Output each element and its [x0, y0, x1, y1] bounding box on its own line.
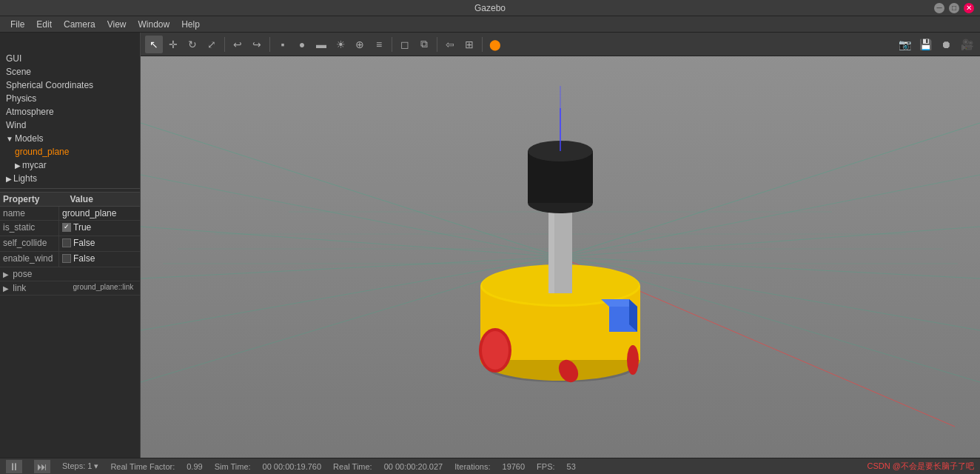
prop-val-pose: [70, 267, 141, 281]
minimize-button[interactable]: ─: [934, 3, 944, 13]
tool-point-light[interactable]: ⊕: [351, 36, 369, 53]
tool-video[interactable]: 🎥: [958, 36, 976, 53]
prop-val-name[interactable]: ground_plane: [59, 207, 140, 220]
tree-item-physics[interactable]: Physics: [0, 92, 140, 105]
sep5: [482, 37, 483, 52]
fps-val: 53: [567, 462, 576, 471]
sep2: [269, 37, 270, 52]
tree-item-lights[interactable]: ▶Lights: [0, 172, 140, 185]
tree-item-scene[interactable]: Scene: [0, 65, 140, 79]
viewport-grid: [141, 56, 980, 458]
tool-box[interactable]: ▪: [274, 36, 292, 53]
svg-point-35: [482, 331, 509, 370]
tool-sun[interactable]: ☀: [332, 36, 349, 53]
tool-lines[interactable]: ≡: [370, 36, 388, 53]
tool-plane[interactable]: ◻: [396, 36, 414, 53]
close-button[interactable]: ✕: [964, 3, 974, 13]
prop-val-is-static[interactable]: True: [59, 221, 140, 236]
steps-label: Steps: 1 ▾: [62, 461, 98, 471]
tool-select[interactable]: ↖: [145, 36, 163, 53]
menu-window[interactable]: Window: [132, 18, 176, 31]
titlebar-title: Gazebo: [474, 3, 506, 13]
left-panel: GUI Scene Spherical Coordinates Physics …: [0, 33, 141, 458]
prop-key-self-collide: self_collide: [0, 236, 59, 251]
prop-row-name: name ground_plane: [0, 207, 140, 221]
viewport[interactable]: [141, 56, 980, 458]
step-button[interactable]: ⏭: [34, 460, 50, 473]
tool-joint[interactable]: ⊞: [460, 36, 478, 53]
tool-save-img[interactable]: 💾: [916, 36, 934, 53]
tool-translate[interactable]: ✛: [164, 36, 182, 53]
tool-undo[interactable]: ↩: [229, 36, 246, 53]
prop-key-enable-wind: enable_wind: [0, 252, 59, 267]
tool-cylinder[interactable]: ▬: [312, 36, 330, 53]
titlebar-controls: ─ □ ✕: [934, 3, 974, 13]
tree-item-mycar[interactable]: ▶mycar: [0, 158, 140, 172]
prop-row-enable-wind: enable_wind False: [0, 252, 140, 267]
menu-camera[interactable]: Camera: [58, 18, 101, 31]
real-time-factor-val: 0.99: [187, 462, 202, 471]
maximize-button[interactable]: □: [949, 3, 959, 13]
titlebar: Gazebo ─ □ ✕: [0, 0, 980, 16]
menu-file[interactable]: File: [4, 18, 30, 31]
iterations-label: Iterations:: [454, 462, 490, 471]
tool-rotate[interactable]: ↻: [184, 36, 201, 53]
tree-item-spherical[interactable]: Spherical Coordinates: [0, 79, 140, 92]
tree-item-wind[interactable]: Wind: [0, 118, 140, 132]
tool-arrow-left[interactable]: ⇦: [441, 36, 459, 53]
toolbar-right: 📷 💾 ⏺ 🎥: [896, 36, 976, 53]
tool-screenshot[interactable]: 📷: [896, 36, 913, 53]
prop-row-pose[interactable]: ▶ pose: [0, 267, 140, 281]
tool-copy[interactable]: ⧉: [415, 36, 433, 53]
tool-record[interactable]: ⏺: [937, 36, 955, 53]
real-time-val: 00 00:00:20.027: [384, 462, 443, 471]
sep3: [392, 37, 392, 52]
checkbox-is-static[interactable]: [62, 223, 71, 232]
prop-col-value: Value: [70, 194, 138, 204]
prop-row-self-collide: self_collide False: [0, 236, 140, 252]
tool-redo[interactable]: ↪: [248, 36, 266, 53]
tool-sphere[interactable]: ●: [293, 36, 311, 53]
prop-row-link[interactable]: ▶ link ground_plane::link: [0, 281, 140, 296]
prop-key-name: name: [0, 207, 59, 220]
statusbar: ⏸ ⏭ Steps: 1 ▾ Real Time Factor: 0.99 Si…: [0, 458, 980, 474]
world-tree: GUI Scene Spherical Coordinates Physics …: [0, 33, 140, 185]
menubar: File Edit Camera View Window Help: [0, 16, 980, 33]
svg-point-37: [627, 345, 639, 375]
real-time-factor-label: Real Time Factor:: [110, 462, 175, 471]
menu-help[interactable]: Help: [175, 18, 206, 31]
pause-button[interactable]: ⏸: [6, 460, 22, 473]
real-time-label: Real Time:: [333, 462, 372, 471]
tree-item-models[interactable]: ▼Models: [0, 132, 140, 145]
panel-divider: [0, 188, 140, 189]
property-header: Property Value: [0, 192, 140, 207]
prop-key-link: ▶ link: [0, 281, 70, 295]
fps-label: FPS:: [537, 462, 554, 471]
checkbox-enable-wind[interactable]: [62, 254, 71, 263]
tree-item-gui[interactable]: GUI: [0, 52, 140, 65]
prop-val-enable-wind[interactable]: False: [59, 252, 140, 267]
tree-item-atmosphere[interactable]: Atmosphere: [0, 105, 140, 118]
tool-scale[interactable]: ⤢: [203, 36, 221, 53]
prop-val-link: ground_plane::link: [70, 281, 141, 295]
menu-edit[interactable]: Edit: [30, 18, 58, 31]
checkbox-self-collide[interactable]: [62, 238, 71, 247]
prop-key-pose: ▶ pose: [0, 267, 70, 281]
tree-item-ground-plane[interactable]: ground_plane: [0, 145, 140, 158]
sep4: [437, 37, 437, 52]
menu-view[interactable]: View: [101, 18, 132, 31]
tool-orange[interactable]: ⬤: [486, 36, 504, 53]
prop-col-property: Property: [3, 194, 70, 204]
prop-row-is-static: is_static True: [0, 221, 140, 236]
toolbar: ↖ ✛ ↻ ⤢ ↩ ↪ ▪ ● ▬ ☀ ⊕ ≡ ◻ ⧉ ⇦ ⊞ ⬤ 📷 💾 ⏺ …: [141, 33, 980, 56]
watermark: CSDN @不会是要长脑子了吧: [867, 461, 974, 472]
prop-key-is-static: is_static: [0, 221, 59, 236]
sim-time-val: 00 00:00:19.760: [263, 462, 322, 471]
prop-val-self-collide[interactable]: False: [59, 236, 140, 251]
iterations-val: 19760: [503, 462, 526, 471]
sep1: [224, 37, 225, 52]
sim-time-label: Sim Time:: [215, 462, 251, 471]
